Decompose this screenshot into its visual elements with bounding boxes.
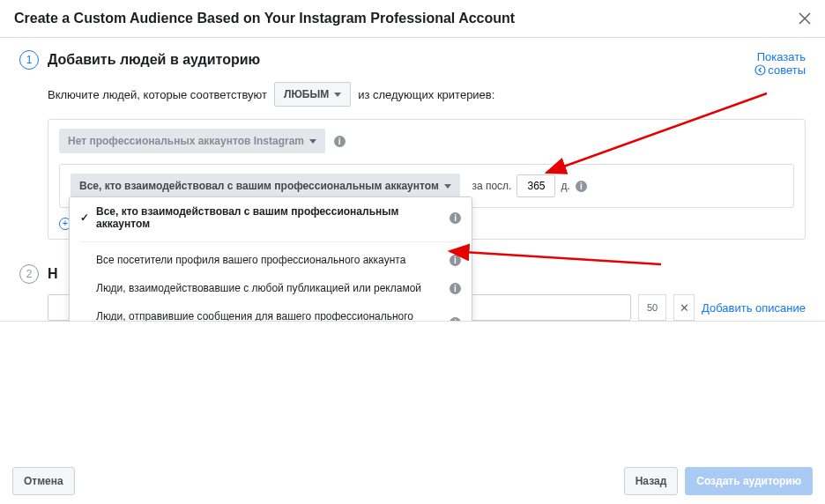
create-audience-button[interactable]: Создать аудиторию (685, 467, 813, 495)
dialog-header: Create a Custom Audience Based on Your I… (0, 0, 825, 38)
dropdown-item-selected[interactable]: ✓ Все, кто взаимодействовал с вашим проф… (70, 197, 472, 238)
info-icon[interactable]: i (450, 283, 461, 294)
info-icon[interactable]: i (334, 136, 346, 147)
include-text-post: из следующих критериев: (358, 88, 494, 101)
svg-point-0 (755, 65, 765, 75)
include-criteria-row: Включите людей, которые соответствуют ЛЮ… (48, 82, 806, 107)
char-count: 50 (638, 294, 666, 321)
days-range: за посл. д. i (472, 174, 586, 197)
days-pre: за посл. (472, 180, 511, 192)
account-dd-label: Нет профессиональных аккаунтов Instagram (68, 135, 304, 147)
info-icon[interactable]: i (450, 212, 461, 224)
info-icon[interactable]: i (450, 317, 461, 322)
engagement-dd-label: Все, кто взаимодействовал с вашим профес… (79, 180, 439, 192)
days-input[interactable] (517, 174, 555, 197)
tips-label-2: советы (768, 63, 806, 77)
dropdown-separator (80, 241, 461, 242)
step-1-header: 1 Добавить людей в аудиторию (19, 50, 806, 70)
engagement-panel: Все, кто взаимодействовал с вашим профес… (59, 164, 794, 208)
step-2-title: Н (48, 266, 58, 282)
match-type-dropdown[interactable]: ЛЮБЫМ (274, 82, 351, 107)
dropdown-item[interactable]: Люди, взаимодействовавшие с любой публик… (70, 274, 472, 302)
criteria-panel: Нет профессиональных аккаунтов Instagram… (48, 119, 806, 240)
dialog-title: Create a Custom Audience Based on Your I… (14, 11, 515, 26)
engagement-dropdown-menu: ✓ Все, кто взаимодействовал с вашим проф… (69, 196, 472, 322)
arrow-left-circle-icon (754, 64, 766, 76)
cancel-button[interactable]: Отмена (12, 467, 75, 495)
dd-item-label: Все посетители профиля вашего профессион… (96, 254, 405, 266)
engagement-type-dropdown[interactable]: Все, кто взаимодействовал с вашим профес… (71, 174, 460, 198)
back-button[interactable]: Назад (624, 467, 679, 495)
match-type-label: ЛЮБЫМ (284, 88, 329, 100)
dd-item-label: Люди, отправившие сообщения для вашего п… (96, 310, 450, 322)
caret-down-icon (444, 184, 451, 189)
include-text-pre: Включите людей, которые соответствуют (48, 88, 267, 101)
add-description-link[interactable]: Добавить описание (702, 301, 806, 315)
clear-name-button[interactable]: ✕ (673, 294, 695, 321)
days-post: д. (561, 180, 569, 192)
tips-label-1: Показать (754, 50, 806, 63)
show-tips-link[interactable]: Показать советы (754, 50, 806, 77)
dropdown-item[interactable]: Все посетители профиля вашего профессион… (70, 246, 472, 274)
step-1-number: 1 (19, 50, 39, 70)
close-icon[interactable] (799, 12, 811, 25)
info-icon[interactable]: i (576, 181, 587, 192)
step-2-number: 2 (19, 264, 39, 284)
dialog-footer: Отмена Назад Создать аудиторию (0, 458, 825, 504)
dd-item-label: Все, кто взаимодействовал с вашим профес… (96, 205, 450, 230)
caret-down-icon (334, 93, 341, 97)
info-icon[interactable]: i (450, 255, 461, 266)
dialog-body: Показать советы 1 Добавить людей в аудит… (0, 38, 825, 322)
caret-down-icon (309, 139, 316, 144)
check-icon: ✓ (80, 211, 89, 224)
dropdown-item[interactable]: Люди, отправившие сообщения для вашего п… (70, 302, 472, 322)
step-1-title: Добавить людей в аудиторию (48, 52, 260, 68)
dd-item-label: Люди, взаимодействовавшие с любой публик… (96, 282, 421, 294)
instagram-account-dropdown[interactable]: Нет профессиональных аккаунтов Instagram (59, 129, 325, 153)
